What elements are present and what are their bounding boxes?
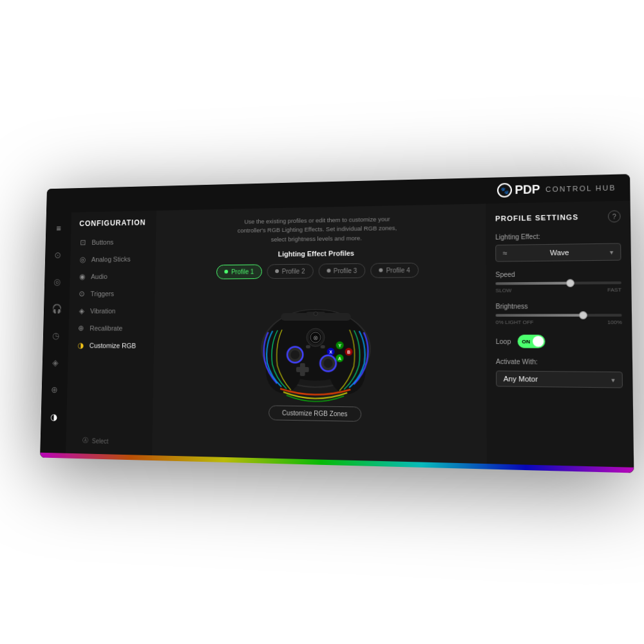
nav-label-triggers: Triggers	[90, 290, 114, 298]
brightness-slider-track[interactable]	[496, 314, 622, 316]
nav-section-title: CONFIGURATION	[71, 218, 156, 234]
help-icon-text: ?	[612, 213, 616, 220]
dropdown-arrow-activate: ▾	[611, 376, 615, 384]
sidebar-icon-recalibrate[interactable]: ⊕	[46, 381, 63, 398]
nav-item-analog[interactable]: ◎ Analog Sticks	[70, 250, 156, 268]
nav-icon-vibration: ◈	[77, 307, 86, 315]
profile-settings-header: PROFILE SETTINGS ?	[495, 210, 621, 224]
speed-slider-labels: SLOW FAST	[495, 287, 621, 293]
nav-icon-customize-rgb: ◑	[77, 341, 85, 350]
activate-with-dropdown[interactable]: Any Motor ▾	[496, 370, 623, 388]
svg-rect-26	[320, 345, 325, 348]
nav-icon-recalibrate: ⊕	[77, 324, 85, 332]
nav-label-buttons: Buttons	[91, 238, 113, 246]
svg-text:Y: Y	[338, 343, 341, 348]
sidebar-hamburger[interactable]: ≡	[50, 220, 67, 237]
brightness-slider-container: Brightness 0% LIGHT OFF 100%	[496, 303, 622, 326]
sidebar-icon-triggers[interactable]: ◷	[48, 327, 64, 345]
nav-icon-triggers: ⊙	[78, 289, 86, 298]
lighting-effect-label: Lighting Effect:	[495, 232, 621, 241]
svg-rect-25	[305, 345, 310, 348]
main-content: ≡ ⊙ ◎ 🎧 ◷ ◈ ⊕ ◑ CONFIGURATION ⊡ Buttons	[40, 201, 634, 473]
profile-tab-dot-1	[224, 270, 228, 274]
svg-text:X: X	[329, 350, 332, 354]
brightness-label: Brightness	[496, 303, 622, 310]
svg-rect-14	[296, 367, 308, 372]
description-text: Use the existing profiles or edit them t…	[235, 214, 400, 244]
profile-tab-1[interactable]: Profile 1	[216, 264, 262, 279]
section-title: Lighting Effect Profiles	[278, 249, 355, 258]
nav-icon-buttons: ⊡	[79, 238, 87, 247]
speed-label: Speed	[495, 270, 621, 278]
nav-item-recalibrate[interactable]: ⊕ Recalibrate	[68, 319, 154, 337]
help-icon[interactable]: ?	[608, 210, 621, 222]
nav-item-audio[interactable]: ◉ Audio	[70, 267, 155, 285]
left-nav: CONFIGURATION ⊡ Buttons ◎ Analog Sticks …	[66, 211, 156, 460]
svg-text:⊗: ⊗	[312, 334, 317, 341]
sidebar-icon-buttons[interactable]: ⊙	[50, 247, 66, 264]
nav-item-buttons[interactable]: ⊡ Buttons	[71, 232, 156, 251]
profile-tab-dot-2	[275, 269, 279, 273]
nav-items-list: ⊡ Buttons ◎ Analog Sticks ◉ Audio ⊙	[66, 232, 156, 431]
nav-item-triggers[interactable]: ⊙ Triggers	[70, 285, 155, 303]
pdp-logo: 🐾 PDP	[497, 182, 540, 198]
lighting-effect-dropdown[interactable]: ≈ Wave ▾	[495, 243, 621, 261]
customize-rgb-zones-button[interactable]: Customize RGB Zones	[269, 405, 361, 422]
svg-point-10	[290, 350, 299, 359]
speed-min-label: SLOW	[495, 287, 511, 293]
app-window-wrapper: 🐾 PDP CONTROL HUB ≡ ⊙ ◎ 🎧 ◷ ◈ ⊕ ◑	[40, 174, 634, 473]
profile-settings-title: PROFILE SETTINGS	[495, 213, 578, 223]
nav-label-analog: Analog Sticks	[91, 255, 131, 263]
pdp-logo-icon: 🐾	[497, 183, 512, 198]
loop-toggle[interactable]: ON	[518, 335, 545, 348]
wave-icon: ≈	[503, 249, 507, 258]
speed-slider-track[interactable]	[495, 281, 621, 285]
profile-tab-dot-4	[379, 269, 383, 272]
loop-label: Loop	[496, 337, 511, 345]
speed-max-label: FAST	[607, 287, 621, 293]
brightness-slider-thumb[interactable]	[579, 311, 587, 319]
sidebar-icon-customize-rgb[interactable]: ◑	[46, 408, 62, 426]
profile-tab-dot-3	[327, 269, 330, 273]
profile-tab-label-4: Profile 4	[386, 267, 410, 274]
speed-slider-container: Speed SLOW FAST	[495, 270, 621, 294]
activate-with-row: Activate With: Any Motor ▾	[496, 357, 623, 388]
profile-tab-3[interactable]: Profile 3	[318, 263, 365, 279]
right-panel: PROFILE SETTINGS ? Lighting Effect: ≈ Wa…	[486, 201, 634, 473]
brand: 🐾 PDP CONTROL HUB	[497, 180, 616, 198]
nav-item-customize-rgb[interactable]: ◑ Customize RGB	[68, 337, 155, 355]
loop-toggle-thumb	[533, 336, 544, 347]
profile-tab-2[interactable]: Profile 2	[267, 263, 313, 278]
control-hub-text: CONTROL HUB	[545, 184, 616, 193]
nav-item-vibration[interactable]: ◈ Vibration	[69, 302, 155, 319]
nav-label-audio: Audio	[91, 272, 108, 280]
center-content: Use the existing profiles or edit them t…	[152, 204, 487, 469]
brightness-min-label: 0% LIGHT OFF	[496, 319, 534, 325]
brightness-slider-fill	[496, 314, 583, 316]
nav-label-recalibrate: Recalibrate	[90, 325, 122, 332]
speed-slider-fill	[495, 282, 570, 285]
lighting-effect-value: Wave	[550, 249, 569, 257]
lighting-effect-row: Lighting Effect: ≈ Wave ▾	[495, 232, 621, 262]
svg-point-28	[314, 312, 317, 316]
profile-tab-label-3: Profile 3	[334, 267, 357, 274]
app-window: 🐾 PDP CONTROL HUB ≡ ⊙ ◎ 🎧 ◷ ◈ ⊕ ◑	[40, 174, 634, 473]
activate-with-value: Any Motor	[504, 375, 538, 383]
nav-icon-analog: ◎	[79, 255, 87, 263]
sidebar-icon-audio[interactable]: 🎧	[48, 300, 65, 317]
profile-tab-label-2: Profile 2	[282, 267, 305, 274]
brightness-slider-labels: 0% LIGHT OFF 100%	[496, 319, 622, 325]
nav-icon-audio: ◉	[78, 272, 86, 281]
select-label: Select	[92, 437, 109, 444]
dropdown-arrow-lighting: ▾	[610, 248, 614, 256]
sidebar-icon-analog[interactable]: ◎	[49, 273, 66, 290]
svg-text:A: A	[337, 356, 341, 361]
controller-svg: ⊗ Y B	[245, 287, 386, 404]
svg-text:B: B	[346, 350, 350, 354]
speed-slider-thumb[interactable]	[566, 279, 574, 287]
loop-toggle-state: ON	[522, 338, 530, 344]
select-hint: Ⓐ Select	[74, 430, 144, 446]
profile-tabs: Profile 1 Profile 2 Profile 3 Profile 4	[216, 263, 419, 279]
profile-tab-4[interactable]: Profile 4	[370, 263, 419, 278]
sidebar-icon-vibration[interactable]: ◈	[47, 354, 64, 371]
